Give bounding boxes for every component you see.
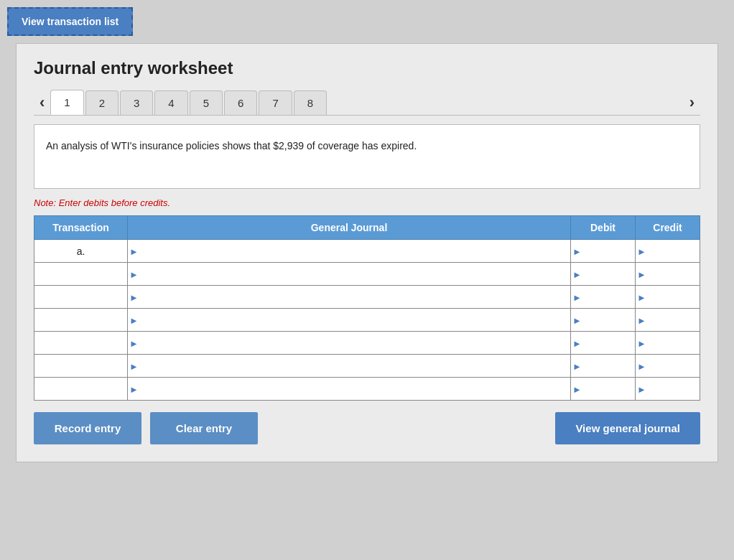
header-general-journal: General Journal <box>128 216 571 240</box>
tab-1[interactable]: 1 <box>50 90 83 115</box>
tab-7[interactable]: 7 <box>259 90 292 115</box>
general-input-6[interactable] <box>131 359 567 373</box>
table-row: ► ► ► <box>34 355 700 378</box>
cell-general-6[interactable]: ► <box>128 355 571 378</box>
general-input-4[interactable] <box>131 313 567 327</box>
debit-input-1[interactable] <box>574 244 632 258</box>
cell-transaction-6 <box>34 355 128 378</box>
credit-input-4[interactable] <box>638 313 697 327</box>
record-entry-button[interactable]: Record entry <box>34 412 141 444</box>
table-header-row: Transaction General Journal Debit Credit <box>34 216 700 240</box>
cell-credit-7[interactable]: ► <box>636 378 700 401</box>
cell-debit-2[interactable]: ► <box>571 263 636 286</box>
header-debit: Debit <box>571 216 636 240</box>
arrow-icon-debit-4: ► <box>572 314 582 325</box>
description-box: An analysis of WTI's insurance policies … <box>34 124 700 189</box>
arrow-icon-credit-1: ► <box>637 246 646 256</box>
panel-title: Journal entry worksheet <box>34 58 700 78</box>
cell-debit-6[interactable]: ► <box>571 355 636 378</box>
cell-debit-1[interactable]: ► <box>571 240 636 263</box>
arrow-icon-credit-6: ► <box>637 360 646 371</box>
cell-credit-4[interactable]: ► <box>636 309 700 332</box>
credit-input-3[interactable] <box>638 290 697 304</box>
cell-general-3[interactable]: ► <box>128 286 571 309</box>
credit-input-5[interactable] <box>638 336 697 350</box>
arrow-icon-7: ► <box>129 383 139 394</box>
cell-credit-6[interactable]: ► <box>636 355 700 378</box>
header-transaction: Transaction <box>34 216 128 240</box>
cell-debit-5[interactable]: ► <box>571 332 636 355</box>
arrow-icon-6: ► <box>129 360 139 371</box>
clear-entry-button[interactable]: Clear entry <box>150 412 258 444</box>
note-text: Note: Enter debits before credits. <box>34 197 700 208</box>
journal-table: Transaction General Journal Debit Credit… <box>34 215 700 401</box>
cell-transaction-7 <box>34 378 128 401</box>
cell-transaction-4 <box>34 309 128 332</box>
header-credit: Credit <box>636 216 700 240</box>
table-row: a. ► ► ► <box>34 240 700 263</box>
cell-general-2[interactable]: ► <box>128 263 571 286</box>
cell-debit-4[interactable]: ► <box>571 309 636 332</box>
main-panel: Journal entry worksheet ‹ 1 2 3 4 5 6 7 … <box>16 43 718 462</box>
cell-credit-1[interactable]: ► <box>636 240 700 263</box>
arrow-icon-1: ► <box>129 246 139 256</box>
description-text: An analysis of WTI's insurance policies … <box>46 140 417 151</box>
table-row: ► ► ► <box>34 378 700 401</box>
bottom-buttons: Record entry Clear entry View general jo… <box>34 412 700 444</box>
arrow-icon-debit-7: ► <box>572 383 582 394</box>
general-input-2[interactable] <box>131 267 567 281</box>
tab-4[interactable]: 4 <box>154 90 187 115</box>
credit-input-2[interactable] <box>638 267 697 281</box>
debit-input-7[interactable] <box>574 382 632 396</box>
cell-transaction-2 <box>34 263 128 286</box>
cell-credit-3[interactable]: ► <box>636 286 700 309</box>
arrow-icon-debit-6: ► <box>572 360 582 371</box>
cell-debit-7[interactable]: ► <box>571 378 636 401</box>
view-general-journal-button[interactable]: View general journal <box>555 412 700 444</box>
debit-input-6[interactable] <box>574 359 632 373</box>
cell-transaction-3 <box>34 286 128 309</box>
arrow-icon-debit-5: ► <box>572 337 582 348</box>
arrow-icon-4: ► <box>129 314 139 325</box>
general-input-1[interactable] <box>131 244 567 258</box>
debit-input-3[interactable] <box>574 290 632 304</box>
arrow-icon-credit-3: ► <box>637 291 646 302</box>
arrow-icon-2: ► <box>129 269 139 279</box>
debit-input-5[interactable] <box>574 336 632 350</box>
cell-debit-3[interactable]: ► <box>571 286 636 309</box>
cell-general-5[interactable]: ► <box>128 332 571 355</box>
debit-input-2[interactable] <box>574 267 632 281</box>
cell-credit-5[interactable]: ► <box>636 332 700 355</box>
arrow-icon-debit-1: ► <box>572 246 582 256</box>
table-row: ► ► ► <box>34 332 700 355</box>
general-input-3[interactable] <box>131 290 567 304</box>
arrow-icon-5: ► <box>129 337 139 348</box>
general-input-5[interactable] <box>131 336 567 350</box>
cell-transaction-5 <box>34 332 128 355</box>
table-row: ► ► ► <box>34 263 700 286</box>
credit-input-6[interactable] <box>638 359 697 373</box>
arrow-icon-debit-2: ► <box>572 269 582 279</box>
debit-input-4[interactable] <box>574 313 632 327</box>
arrow-icon-debit-3: ► <box>572 291 582 302</box>
arrow-icon-3: ► <box>129 291 139 302</box>
credit-input-1[interactable] <box>638 244 697 258</box>
view-transaction-list-button[interactable]: View transaction list <box>7 7 133 36</box>
tab-6[interactable]: 6 <box>224 90 257 115</box>
tabs-row: ‹ 1 2 3 4 5 6 7 8 › <box>34 90 700 115</box>
tab-8[interactable]: 8 <box>294 90 327 115</box>
credit-input-7[interactable] <box>638 382 697 396</box>
tab-next-button[interactable]: › <box>684 92 700 113</box>
table-row: ► ► ► <box>34 286 700 309</box>
tab-5[interactable]: 5 <box>190 90 223 115</box>
cell-general-4[interactable]: ► <box>128 309 571 332</box>
arrow-icon-credit-4: ► <box>637 314 646 325</box>
cell-general-7[interactable]: ► <box>128 378 571 401</box>
tab-prev-button[interactable]: ‹ <box>34 92 50 113</box>
arrow-icon-credit-2: ► <box>637 269 646 279</box>
cell-credit-2[interactable]: ► <box>636 263 700 286</box>
cell-general-1[interactable]: ► <box>128 240 571 263</box>
tab-3[interactable]: 3 <box>120 90 153 115</box>
tab-2[interactable]: 2 <box>85 90 119 115</box>
general-input-7[interactable] <box>131 382 567 396</box>
